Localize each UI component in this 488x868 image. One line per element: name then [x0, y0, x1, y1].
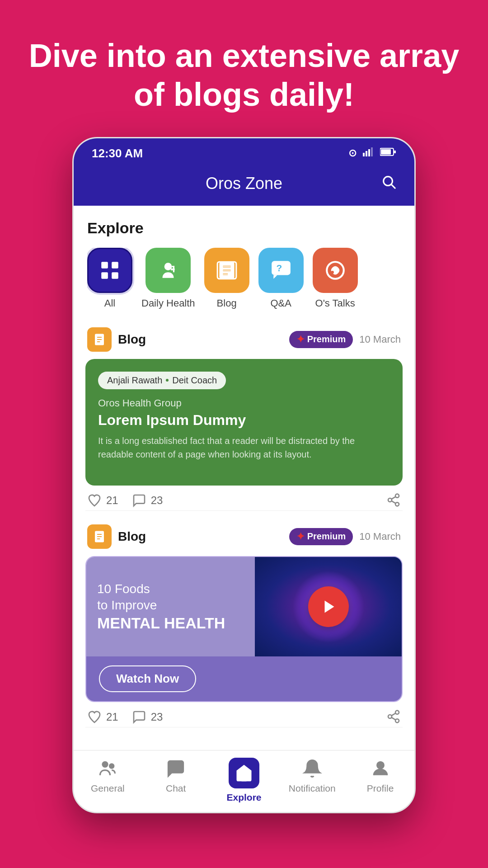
svg-point-25: [331, 271, 333, 274]
blog-title: Lorem Ipsum Dummy: [98, 412, 390, 429]
svg-line-32: [391, 501, 395, 503]
svg-rect-14: [171, 269, 175, 270]
profile-icon: [370, 758, 391, 779]
video-sub-1: 10 Foods: [97, 581, 244, 597]
svg-rect-10: [112, 262, 118, 269]
like-button-2[interactable]: 21: [87, 710, 118, 724]
blog-excerpt: It is a long established fact that a rea…: [98, 434, 390, 461]
share-button-2[interactable]: [386, 709, 401, 725]
video-image-area: [255, 557, 402, 656]
video-bottom: Watch Now: [86, 656, 402, 701]
category-all[interactable]: All: [87, 248, 132, 309]
app-header: Oros Zone: [74, 166, 414, 206]
health-icon: [145, 248, 191, 293]
category-qa[interactable]: ? Q&A: [258, 248, 304, 309]
svg-rect-11: [101, 272, 108, 279]
share-icon: [386, 493, 401, 507]
bottom-nav: General Chat Explore: [74, 750, 414, 812]
chat-icon: [165, 758, 187, 779]
heart-icon-2: [87, 710, 102, 724]
like-button-1[interactable]: 21: [87, 493, 118, 508]
blog-card-1: Blog ✦ Premium 10 March Anjali Rawa: [85, 327, 403, 511]
comment-button-1[interactable]: 23: [132, 493, 163, 508]
card2-type: Blog: [118, 529, 146, 544]
all-icon: [87, 248, 132, 293]
comment-icon-2: [132, 710, 146, 724]
nav-general[interactable]: General: [80, 758, 135, 803]
feed: Blog ✦ Premium 10 March Anjali Rawa: [74, 318, 414, 750]
categories-row: All Daily Health Blog: [87, 248, 401, 314]
card1-header-right: ✦ Premium 10 March: [289, 331, 401, 348]
nav-notification[interactable]: Notification: [285, 758, 339, 803]
svg-line-8: [391, 184, 395, 188]
svg-line-33: [391, 496, 395, 499]
general-label: General: [91, 783, 125, 794]
svg-point-30: [388, 498, 392, 502]
svg-point-31: [395, 502, 399, 506]
svg-line-41: [391, 717, 395, 720]
app-title: Oros Zone: [206, 174, 282, 193]
video-text-area: 10 Foods to Improve MENTAL HEALTH: [86, 557, 255, 656]
search-button[interactable]: [381, 174, 396, 193]
svg-rect-9: [101, 262, 108, 269]
share-button-1[interactable]: [386, 493, 401, 509]
time: 12:30 AM: [92, 146, 143, 160]
card2-date: 10 March: [359, 531, 401, 542]
talks-icon: [313, 248, 358, 293]
blog-group: Oros Health Group: [98, 397, 390, 409]
explore-nav-label: Explore: [226, 792, 261, 803]
hero-title: Dive into an extensive array of blogs da…: [0, 0, 488, 137]
card1-actions: 21 23: [85, 486, 403, 511]
wifi-icon: ⊙: [348, 147, 357, 159]
chat-label: Chat: [166, 783, 186, 794]
card1-type: Blog: [118, 332, 146, 347]
explore-section: Explore All Daily Health: [74, 206, 414, 318]
category-daily-health[interactable]: Daily Health: [141, 248, 195, 309]
svg-text:?: ?: [276, 263, 282, 273]
content-area: Explore All Daily Health: [74, 206, 414, 812]
svg-point-29: [395, 494, 399, 497]
general-icon: [97, 758, 118, 779]
category-blog[interactable]: Blog: [204, 248, 249, 309]
svg-rect-5: [381, 149, 391, 155]
explore-title: Explore: [87, 219, 401, 237]
svg-point-43: [103, 762, 108, 767]
play-button[interactable]: [308, 586, 349, 627]
status-icons: ⊙: [348, 147, 396, 159]
nav-profile[interactable]: Profile: [353, 758, 408, 803]
signal-icon: [363, 147, 374, 159]
phone-frame: 12:30 AM ⊙ Oros Zone: [72, 137, 416, 813]
video-sub-2: to Improve: [97, 597, 244, 613]
card2-action-left: 21 23: [87, 710, 163, 724]
blog-icon-wrap-1: [87, 327, 112, 352]
comment-button-2[interactable]: 23: [132, 710, 163, 724]
play-icon: [321, 599, 338, 615]
nav-chat[interactable]: Chat: [149, 758, 203, 803]
category-talks-label: O's Talks: [315, 297, 355, 309]
qa-icon: ?: [258, 248, 304, 293]
svg-point-45: [377, 762, 384, 769]
card2-header-left: Blog: [87, 524, 146, 549]
svg-rect-2: [368, 149, 370, 156]
author-badge: Anjali Rawath Deit Coach: [98, 372, 226, 389]
svg-point-39: [388, 715, 392, 718]
blog-icon: [204, 248, 249, 293]
card2-header: Blog ✦ Premium 10 March: [85, 524, 403, 549]
blog-card-green: Anjali Rawath Deit Coach Oros Health Gro…: [85, 359, 403, 486]
status-bar: 12:30 AM ⊙: [74, 138, 414, 166]
svg-line-42: [391, 713, 395, 715]
category-health-label: Daily Health: [141, 297, 195, 309]
battery-icon: [380, 147, 396, 159]
card1-premium-badge: ✦ Premium: [289, 331, 353, 348]
category-qa-label: Q&A: [270, 297, 291, 309]
svg-rect-0: [363, 153, 365, 156]
category-ostalks[interactable]: O's Talks: [313, 248, 358, 309]
svg-point-13: [164, 263, 172, 270]
nav-explore[interactable]: Explore: [217, 758, 271, 803]
heart-icon: [87, 493, 102, 508]
svg-marker-37: [324, 600, 334, 613]
blog-card-2: Blog ✦ Premium 10 March: [85, 524, 403, 727]
svg-rect-6: [394, 151, 396, 153]
watch-now-button[interactable]: Watch Now: [99, 665, 196, 692]
card2-actions: 21 23: [85, 702, 403, 727]
